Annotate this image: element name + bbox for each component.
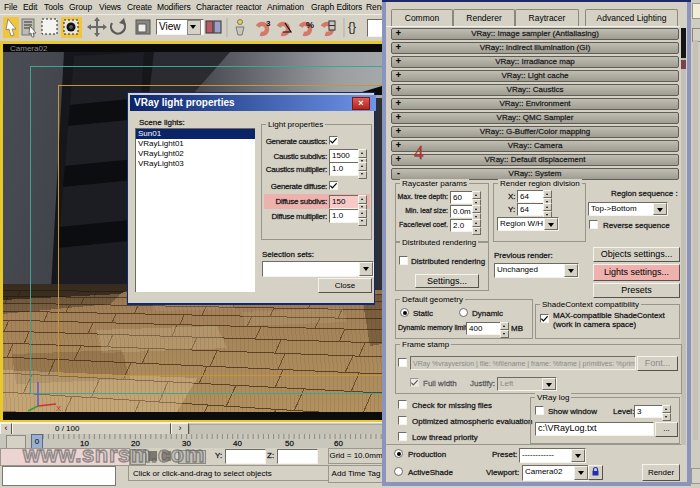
svg-text:%: % <box>306 20 314 30</box>
svg-text:X: X <box>56 404 62 412</box>
svg-text:3: 3 <box>266 19 271 28</box>
svg-text:{}: {} <box>348 20 356 34</box>
